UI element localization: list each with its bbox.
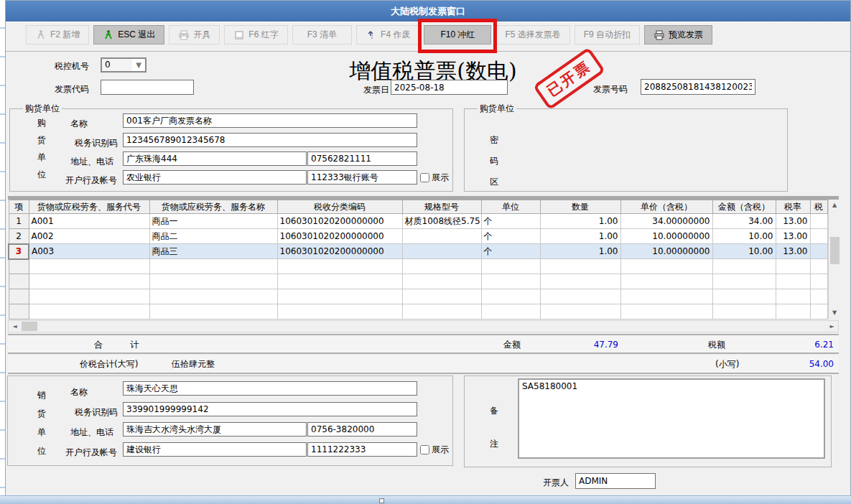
table-cell[interactable]: 10.00000000 bbox=[620, 229, 712, 244]
seller-show-checkbox[interactable]: 展示 bbox=[420, 444, 449, 456]
table-cell[interactable] bbox=[776, 289, 810, 304]
table-row[interactable]: 3A003商品三1060301020200000000个1.0010.00000… bbox=[9, 244, 827, 259]
buyer-phone-input[interactable] bbox=[307, 151, 417, 166]
table-cell[interactable] bbox=[402, 229, 481, 244]
table-cell[interactable]: 10.00 bbox=[712, 244, 776, 259]
seller-account-input[interactable] bbox=[307, 442, 417, 457]
table-cell[interactable] bbox=[149, 274, 277, 289]
vertical-scrollbar[interactable]: ▲ ▼ bbox=[828, 200, 840, 319]
table-cell[interactable] bbox=[712, 274, 776, 289]
checkbox[interactable] bbox=[420, 445, 429, 454]
table-cell[interactable]: 13.00 bbox=[776, 229, 810, 244]
table-cell[interactable]: 1.00 bbox=[540, 244, 620, 259]
table-cell[interactable]: 1060301020200000000 bbox=[277, 244, 402, 259]
scroll-up-icon[interactable]: ▲ bbox=[829, 200, 841, 211]
chevron-down-icon[interactable]: ▼ bbox=[132, 61, 145, 69]
table-cell[interactable] bbox=[620, 274, 712, 289]
buyer-taxid-input[interactable] bbox=[123, 133, 417, 147]
row-header[interactable] bbox=[9, 304, 29, 319]
table-cell[interactable] bbox=[29, 289, 149, 304]
scrollbar-thumb[interactable] bbox=[22, 322, 37, 331]
table-cell[interactable] bbox=[620, 304, 712, 319]
invoice-date-input[interactable] bbox=[391, 80, 508, 95]
table-cell[interactable] bbox=[712, 289, 776, 304]
scroll-down-icon[interactable]: ▼ bbox=[829, 307, 841, 319]
preview-invoice-button[interactable]: 预览发票 bbox=[644, 25, 712, 45]
table-cell[interactable] bbox=[620, 259, 712, 274]
table-cell[interactable]: 34.00000000 bbox=[620, 214, 712, 229]
invoice-number-input[interactable] bbox=[641, 79, 755, 95]
reverse-red-button[interactable]: F10 冲红 bbox=[424, 25, 491, 45]
auto-discount-button[interactable]: F9 自动折扣 bbox=[575, 25, 640, 45]
row-header[interactable]: 1 bbox=[9, 214, 29, 229]
seller-bank-input[interactable] bbox=[123, 442, 307, 457]
table-cell[interactable] bbox=[620, 289, 712, 304]
table-cell[interactable]: A002 bbox=[29, 229, 149, 244]
table-cell[interactable] bbox=[776, 259, 810, 274]
table-cell[interactable] bbox=[277, 289, 402, 304]
seller-name-input[interactable] bbox=[123, 381, 417, 396]
table-cell[interactable] bbox=[712, 304, 776, 319]
table-row[interactable]: 2A002商品二1060301020200000000个1.0010.00000… bbox=[9, 229, 827, 244]
table-cell[interactable] bbox=[402, 274, 481, 289]
table-cell[interactable]: 10.00 bbox=[712, 229, 776, 244]
table-cell[interactable]: 个 bbox=[481, 244, 540, 259]
scroll-left-icon[interactable]: ◄ bbox=[9, 321, 21, 332]
select-roll-button[interactable]: F5 选择发票卷 bbox=[496, 25, 569, 45]
row-header[interactable]: 2 bbox=[9, 229, 29, 244]
table-cell[interactable] bbox=[810, 214, 827, 229]
table-cell[interactable] bbox=[776, 274, 810, 289]
row-header[interactable]: 3 bbox=[9, 244, 29, 259]
table-row[interactable] bbox=[9, 304, 827, 319]
table-cell[interactable]: 商品三 bbox=[149, 244, 277, 259]
table-cell[interactable] bbox=[540, 259, 620, 274]
table-cell[interactable] bbox=[29, 274, 149, 289]
table-cell[interactable]: 13.00 bbox=[776, 214, 810, 229]
table-cell[interactable] bbox=[540, 289, 620, 304]
table-cell[interactable] bbox=[402, 259, 481, 274]
exit-button[interactable]: ESC 退出 bbox=[93, 25, 164, 45]
table-row[interactable] bbox=[9, 289, 827, 304]
table-cell[interactable]: 13.00 bbox=[776, 244, 810, 259]
horizontal-scrollbar[interactable]: ◄ ► bbox=[8, 320, 839, 332]
table-cell[interactable]: A001 bbox=[29, 214, 149, 229]
table-cell[interactable]: 1060301020200000000 bbox=[277, 229, 402, 244]
table-cell[interactable]: 1.00 bbox=[540, 229, 620, 244]
table-cell[interactable] bbox=[402, 304, 481, 319]
table-cell[interactable] bbox=[810, 229, 827, 244]
buyer-account-input[interactable] bbox=[307, 170, 417, 185]
table-row[interactable] bbox=[9, 259, 827, 274]
table-cell[interactable] bbox=[540, 304, 620, 319]
red-letter-button[interactable]: F6 红字 bbox=[224, 25, 287, 45]
window-titlebar[interactable]: 大陆税制发票窗口 bbox=[6, 1, 850, 22]
row-header[interactable] bbox=[9, 274, 29, 289]
buyer-bank-input[interactable] bbox=[123, 170, 307, 185]
table-row[interactable]: 1A001商品一1060301020200000000材质1008线径5.75个… bbox=[9, 214, 827, 229]
table-cell[interactable] bbox=[776, 304, 810, 319]
table-cell[interactable] bbox=[810, 244, 827, 259]
machine-no-select[interactable]: 0 ▼ bbox=[101, 57, 147, 73]
table-cell[interactable] bbox=[810, 259, 827, 274]
resize-grip[interactable] bbox=[379, 498, 384, 503]
checkbox[interactable] bbox=[420, 173, 429, 182]
table-cell[interactable] bbox=[277, 274, 402, 289]
row-header[interactable] bbox=[9, 259, 29, 274]
issue-button[interactable]: 开具 bbox=[169, 25, 220, 45]
list-button[interactable]: F3 清单 bbox=[292, 25, 352, 45]
table-cell[interactable] bbox=[810, 304, 827, 319]
table-cell[interactable] bbox=[29, 259, 149, 274]
table-cell[interactable] bbox=[712, 259, 776, 274]
scroll-right-icon[interactable]: ► bbox=[826, 321, 838, 332]
buyer-name-input[interactable] bbox=[123, 113, 417, 128]
buyer-show-checkbox[interactable]: 展示 bbox=[420, 172, 449, 184]
remark-textarea[interactable]: SA58180001 bbox=[518, 378, 825, 459]
table-row[interactable] bbox=[9, 274, 827, 289]
seller-address-input[interactable] bbox=[123, 422, 307, 437]
table-cell[interactable] bbox=[149, 304, 277, 319]
issuer-input[interactable] bbox=[575, 473, 656, 489]
row-header[interactable] bbox=[9, 289, 29, 304]
table-cell[interactable] bbox=[149, 289, 277, 304]
table-cell[interactable] bbox=[481, 259, 540, 274]
table-cell[interactable] bbox=[277, 259, 402, 274]
table-cell[interactable] bbox=[402, 289, 481, 304]
